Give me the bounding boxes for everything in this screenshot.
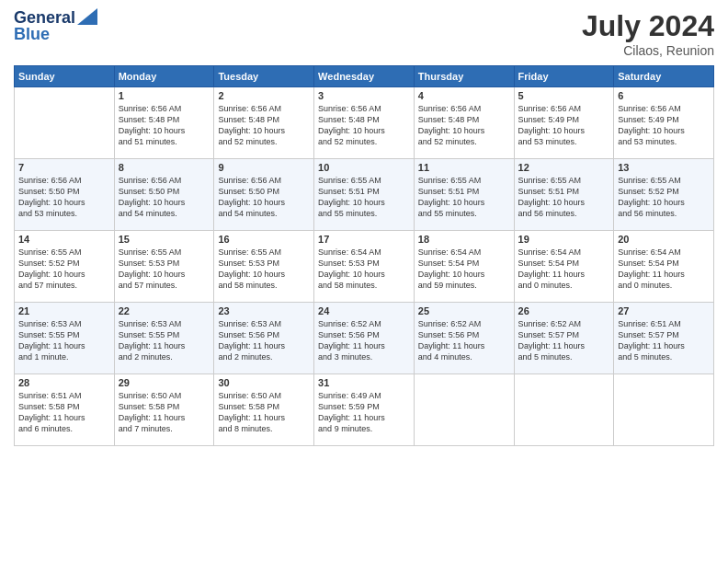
location-subtitle: Cilaos, Reunion: [582, 43, 714, 58]
calendar-cell: 15Sunrise: 6:55 AMSunset: 5:53 PMDayligh…: [114, 231, 214, 303]
day-info: Sunrise: 6:54 AMSunset: 5:53 PMDaylight:…: [318, 247, 410, 292]
page-header: General Blue July 2024 Cilaos, Reunion: [14, 9, 714, 58]
day-info: Sunrise: 6:52 AMSunset: 5:57 PMDaylight:…: [518, 318, 610, 363]
day-info: Sunrise: 6:52 AMSunset: 5:56 PMDaylight:…: [318, 318, 410, 363]
day-info: Sunrise: 6:55 AMSunset: 5:53 PMDaylight:…: [218, 247, 310, 292]
calendar-cell: 6Sunrise: 6:56 AMSunset: 5:49 PMDaylight…: [614, 87, 714, 159]
day-number: 11: [418, 162, 510, 173]
day-info: Sunrise: 6:56 AMSunset: 5:50 PMDaylight:…: [18, 175, 110, 220]
calendar-cell: 20Sunrise: 6:54 AMSunset: 5:54 PMDayligh…: [614, 231, 714, 303]
calendar-week-row: 21Sunrise: 6:53 AMSunset: 5:55 PMDayligh…: [15, 303, 714, 374]
weekday-header: Saturday: [614, 66, 714, 87]
calendar-cell: 9Sunrise: 6:56 AMSunset: 5:50 PMDaylight…: [214, 159, 314, 231]
calendar-cell: 26Sunrise: 6:52 AMSunset: 5:57 PMDayligh…: [514, 303, 614, 374]
day-number: 14: [18, 234, 110, 245]
day-info: Sunrise: 6:55 AMSunset: 5:53 PMDaylight:…: [119, 247, 210, 292]
day-number: 24: [318, 305, 410, 316]
day-info: Sunrise: 6:56 AMSunset: 5:50 PMDaylight:…: [218, 175, 310, 220]
day-info: Sunrise: 6:56 AMSunset: 5:48 PMDaylight:…: [418, 103, 510, 148]
calendar-cell: 25Sunrise: 6:52 AMSunset: 5:56 PMDayligh…: [414, 303, 514, 374]
weekday-header: Sunday: [15, 66, 115, 87]
weekday-header: Tuesday: [214, 66, 314, 87]
day-number: 23: [218, 305, 310, 316]
day-number: 7: [18, 162, 110, 173]
logo: General Blue: [14, 9, 97, 44]
calendar-table: SundayMondayTuesdayWednesdayThursdayFrid…: [14, 65, 714, 446]
day-number: 28: [18, 377, 110, 388]
day-number: 5: [518, 90, 610, 101]
weekday-header: Friday: [514, 66, 614, 87]
calendar-cell: 23Sunrise: 6:53 AMSunset: 5:56 PMDayligh…: [214, 303, 314, 374]
day-number: 3: [318, 90, 410, 101]
calendar-cell: 1Sunrise: 6:56 AMSunset: 5:48 PMDaylight…: [114, 87, 214, 159]
day-number: 19: [518, 234, 610, 245]
logo-subtext: Blue: [14, 26, 97, 44]
calendar-cell: 7Sunrise: 6:56 AMSunset: 5:50 PMDaylight…: [15, 159, 115, 231]
calendar-cell: 31Sunrise: 6:49 AMSunset: 5:59 PMDayligh…: [314, 374, 415, 446]
day-info: Sunrise: 6:56 AMSunset: 5:48 PMDaylight:…: [318, 103, 410, 148]
weekday-header: Monday: [114, 66, 214, 87]
day-info: Sunrise: 6:49 AMSunset: 5:59 PMDaylight:…: [318, 390, 410, 435]
calendar-cell: 5Sunrise: 6:56 AMSunset: 5:49 PMDaylight…: [514, 87, 614, 159]
svg-marker-0: [77, 8, 97, 25]
day-number: 18: [418, 234, 510, 245]
calendar-cell: 11Sunrise: 6:55 AMSunset: 5:51 PMDayligh…: [414, 159, 514, 231]
day-info: Sunrise: 6:53 AMSunset: 5:55 PMDaylight:…: [18, 318, 110, 363]
calendar-cell: 2Sunrise: 6:56 AMSunset: 5:48 PMDaylight…: [214, 87, 314, 159]
day-info: Sunrise: 6:51 AMSunset: 5:57 PMDaylight:…: [618, 318, 710, 363]
day-info: Sunrise: 6:56 AMSunset: 5:48 PMDaylight:…: [119, 103, 210, 148]
day-number: 4: [418, 90, 510, 101]
calendar-cell: 10Sunrise: 6:55 AMSunset: 5:51 PMDayligh…: [314, 159, 415, 231]
day-info: Sunrise: 6:50 AMSunset: 5:58 PMDaylight:…: [218, 390, 310, 435]
calendar-cell: 8Sunrise: 6:56 AMSunset: 5:50 PMDaylight…: [114, 159, 214, 231]
day-info: Sunrise: 6:56 AMSunset: 5:49 PMDaylight:…: [618, 103, 710, 148]
calendar-cell: 3Sunrise: 6:56 AMSunset: 5:48 PMDaylight…: [314, 87, 415, 159]
logo-icon: [77, 8, 97, 25]
day-number: 27: [618, 305, 710, 316]
weekday-row: SundayMondayTuesdayWednesdayThursdayFrid…: [15, 66, 714, 87]
day-number: 13: [618, 162, 710, 173]
day-number: 15: [119, 234, 210, 245]
day-number: 26: [518, 305, 610, 316]
day-number: 17: [318, 234, 410, 245]
day-info: Sunrise: 6:50 AMSunset: 5:58 PMDaylight:…: [119, 390, 210, 435]
calendar-header: SundayMondayTuesdayWednesdayThursdayFrid…: [15, 66, 714, 87]
day-info: Sunrise: 6:54 AMSunset: 5:54 PMDaylight:…: [618, 247, 710, 292]
day-info: Sunrise: 6:51 AMSunset: 5:58 PMDaylight:…: [18, 390, 110, 435]
day-number: 10: [318, 162, 410, 173]
calendar-cell: 18Sunrise: 6:54 AMSunset: 5:54 PMDayligh…: [414, 231, 514, 303]
day-number: 29: [119, 377, 210, 388]
day-info: Sunrise: 6:54 AMSunset: 5:54 PMDaylight:…: [518, 247, 610, 292]
day-info: Sunrise: 6:55 AMSunset: 5:51 PMDaylight:…: [518, 175, 610, 220]
day-info: Sunrise: 6:54 AMSunset: 5:54 PMDaylight:…: [418, 247, 510, 292]
day-number: 6: [618, 90, 710, 101]
calendar-cell: 24Sunrise: 6:52 AMSunset: 5:56 PMDayligh…: [314, 303, 415, 374]
weekday-header: Wednesday: [314, 66, 415, 87]
day-number: 9: [218, 162, 310, 173]
day-info: Sunrise: 6:53 AMSunset: 5:55 PMDaylight:…: [119, 318, 210, 363]
calendar-cell: 27Sunrise: 6:51 AMSunset: 5:57 PMDayligh…: [614, 303, 714, 374]
day-info: Sunrise: 6:56 AMSunset: 5:49 PMDaylight:…: [518, 103, 610, 148]
calendar-cell: [614, 374, 714, 446]
calendar-cell: 14Sunrise: 6:55 AMSunset: 5:52 PMDayligh…: [15, 231, 115, 303]
calendar-week-row: 1Sunrise: 6:56 AMSunset: 5:48 PMDaylight…: [15, 87, 714, 159]
calendar-cell: 13Sunrise: 6:55 AMSunset: 5:52 PMDayligh…: [614, 159, 714, 231]
day-info: Sunrise: 6:56 AMSunset: 5:50 PMDaylight:…: [119, 175, 210, 220]
title-block: July 2024 Cilaos, Reunion: [582, 9, 714, 58]
calendar-cell: 29Sunrise: 6:50 AMSunset: 5:58 PMDayligh…: [114, 374, 214, 446]
day-number: 12: [518, 162, 610, 173]
calendar-cell: [414, 374, 514, 446]
calendar-body: 1Sunrise: 6:56 AMSunset: 5:48 PMDaylight…: [15, 87, 714, 446]
calendar-cell: 4Sunrise: 6:56 AMSunset: 5:48 PMDaylight…: [414, 87, 514, 159]
day-info: Sunrise: 6:53 AMSunset: 5:56 PMDaylight:…: [218, 318, 310, 363]
calendar-cell: [15, 87, 115, 159]
calendar-week-row: 28Sunrise: 6:51 AMSunset: 5:58 PMDayligh…: [15, 374, 714, 446]
calendar-cell: 12Sunrise: 6:55 AMSunset: 5:51 PMDayligh…: [514, 159, 614, 231]
calendar-cell: 16Sunrise: 6:55 AMSunset: 5:53 PMDayligh…: [214, 231, 314, 303]
day-info: Sunrise: 6:52 AMSunset: 5:56 PMDaylight:…: [418, 318, 510, 363]
day-info: Sunrise: 6:55 AMSunset: 5:52 PMDaylight:…: [618, 175, 710, 220]
day-number: 8: [119, 162, 210, 173]
calendar-cell: 22Sunrise: 6:53 AMSunset: 5:55 PMDayligh…: [114, 303, 214, 374]
day-number: 25: [418, 305, 510, 316]
day-number: 21: [18, 305, 110, 316]
